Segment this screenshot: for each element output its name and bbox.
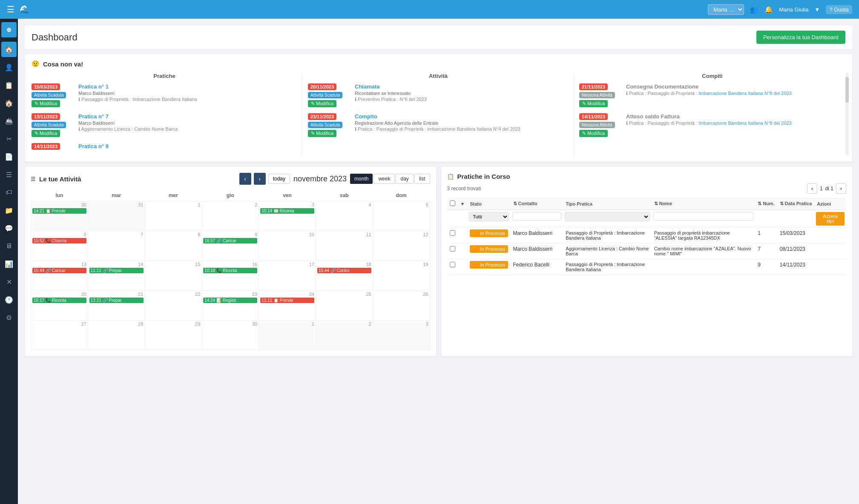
- modifica-btn-p1[interactable]: ✎ Modifica: [32, 100, 60, 107]
- cal-week-5: 27 28 29 30 1 2 3: [31, 321, 430, 350]
- cal-view-list-btn[interactable]: list: [414, 174, 430, 184]
- user-select[interactable]: Maria ...: [708, 4, 744, 15]
- sidebar-item-time[interactable]: 🕐: [1, 292, 17, 307]
- cal-day-nov17: 17: [259, 261, 316, 291]
- navbar-right: Maria ... 👥 🔔 Maria Giulia ▼ ? Guida: [708, 4, 852, 15]
- cal-event[interactable]: 16:17 📞 Riconta: [32, 298, 86, 303]
- bell-icon[interactable]: 🔔: [764, 6, 773, 14]
- row-checkbox-1[interactable]: [450, 230, 455, 236]
- filter-contatto-input[interactable]: [512, 212, 562, 220]
- filter-nome-input[interactable]: [653, 212, 754, 220]
- sidebar-item-documents[interactable]: 📄: [1, 149, 17, 164]
- sidebar-item-tags[interactable]: 🏷: [1, 185, 17, 200]
- col-num: ⇅ Num.: [755, 198, 777, 210]
- azzera-filtri-btn[interactable]: Azzera filtri: [816, 212, 845, 226]
- pag-prev-btn[interactable]: ‹: [807, 183, 817, 194]
- filter-stato-select[interactable]: Tutti: [469, 212, 509, 221]
- cal-day-nov8: 8: [145, 231, 202, 261]
- modifica-btn-c2[interactable]: ✎ Modifica: [579, 130, 608, 137]
- calendar-header: ☰ Le tue Attività ‹ › today novembre 202…: [31, 173, 430, 185]
- modifica-btn-c1[interactable]: ✎ Modifica: [579, 100, 608, 107]
- cal-event[interactable]: 15:44 🔗 Contro: [317, 268, 371, 273]
- sidebar-item-settings[interactable]: ⚙: [1, 310, 17, 325]
- modifica-btn-a2[interactable]: ✎ Modifica: [308, 130, 336, 137]
- sidebar-item-close[interactable]: ✕: [1, 274, 17, 289]
- user-name[interactable]: Maria Giulia: [779, 6, 808, 13]
- cal-view-month-btn[interactable]: month: [350, 174, 373, 184]
- sidebar-item-dashboard[interactable]: 🏠: [1, 42, 17, 57]
- cal-day-nov9: 9 16:57 🔗 Caricar: [202, 231, 259, 261]
- pratiche-icon: 📋: [447, 173, 454, 180]
- cal-next-btn[interactable]: ›: [254, 173, 266, 185]
- pagination: ‹ 1 di 1 ›: [807, 183, 846, 194]
- row-checkbox-3[interactable]: [450, 262, 455, 267]
- pratiche-header: 📋 Pratiche in Corso: [447, 173, 847, 180]
- select-all-checkbox[interactable]: [450, 200, 455, 206]
- cal-event[interactable]: 15:44 🔗 Caricar: [32, 268, 86, 273]
- attivita-item-compito: 23/11/2023 Attività Scaduta ✎ Modifica C…: [308, 113, 569, 137]
- cal-event[interactable]: 10:14 ☎ Riconta: [260, 208, 314, 214]
- cal-day-nov26: 26: [373, 291, 430, 321]
- modifica-btn-a1[interactable]: ✎ Modifica: [308, 100, 336, 107]
- sidebar-item-reports[interactable]: 📊: [1, 256, 17, 272]
- dashboard-header: Dashboard Personalizza la tua Dashboard: [25, 26, 852, 49]
- row-checkbox-2[interactable]: [450, 246, 455, 252]
- sidebar-item-list[interactable]: ☰: [1, 167, 17, 182]
- col-stato: Stato: [467, 198, 510, 210]
- group-icon[interactable]: 👥: [750, 6, 758, 14]
- sidebar-item-monitor[interactable]: 🖥: [1, 238, 17, 254]
- pag-current: 1: [820, 186, 823, 192]
- pag-next-btn[interactable]: ›: [836, 183, 846, 194]
- pratica-item-7: 13/11/2023 Attività Scaduta ✎ Modifica P…: [32, 113, 297, 137]
- table-row: 🟧 In Processo Marco Baldisserri Passaggi…: [447, 228, 847, 243]
- sidebar-item-pratiche[interactable]: 📋: [1, 77, 17, 93]
- cal-header-mer: mer: [145, 190, 202, 201]
- help-button[interactable]: ? Guida: [826, 5, 852, 14]
- cal-event[interactable]: 11:11 📋 Prende: [260, 298, 314, 303]
- pratiche-panel: 📋 Pratiche in Corso 3 record trovati ‹ 1…: [441, 167, 853, 356]
- cal-day-nov20: 20 16:17 📞 Riconta: [31, 291, 88, 321]
- attivita-column: Attività 20/11/2023 Attività Scaduta ✎ M…: [303, 73, 574, 156]
- sidebar-item-properties[interactable]: 🏠: [1, 95, 17, 111]
- cal-view-week-btn[interactable]: week: [373, 174, 395, 184]
- cal-day-nov24: 24 11:11 📋 Prende: [259, 291, 316, 321]
- cal-day-nov14: 14 11:11 🔗 Prepar.: [88, 261, 145, 291]
- cal-event[interactable]: 13:21 🔗 Prepar.: [89, 298, 144, 303]
- calendar-panel: ☰ Le tue Attività ‹ › today novembre 202…: [25, 167, 436, 356]
- cal-event[interactable]: 11:11 🔗 Prepar.: [89, 268, 144, 273]
- cal-today-btn[interactable]: today: [268, 174, 290, 184]
- cosa-non-va-title: Cosa non va!: [43, 60, 83, 68]
- sidebar-item-boats[interactable]: 🚢: [1, 113, 17, 129]
- pratica-item-1: 15/03/2023 Attività Scaduta ✎ Modifica P…: [32, 83, 297, 107]
- cal-day-nov25: 25: [316, 291, 373, 321]
- cal-day-nov7: 7: [88, 231, 145, 261]
- cal-day-dec3: 3: [373, 321, 430, 350]
- table-header-row: ▼ Stato ⇅ Contatto Tipo Pratica ⇅ Nome ⇅…: [447, 198, 847, 210]
- cal-event[interactable]: 16:57 🔗 Caricar: [203, 238, 257, 243]
- filter-tipo-select[interactable]: [565, 212, 649, 221]
- cal-day-nov15: 15: [145, 261, 202, 291]
- cal-event[interactable]: 14:21 📋 Prende: [32, 208, 86, 214]
- cal-day-nov5: 5: [373, 201, 430, 231]
- modifica-btn-p7[interactable]: ✎ Modifica: [32, 130, 60, 137]
- navbar: ☰ 🌊 Maria ... 👥 🔔 Maria Giulia ▼ ? Guida: [0, 0, 859, 19]
- cal-day-nov22: 22: [145, 291, 202, 321]
- sidebar-item-tools[interactable]: ✂: [1, 131, 17, 146]
- sidebar-item-users[interactable]: 👤: [1, 60, 17, 75]
- calendar-nav: ‹ › today: [239, 173, 290, 185]
- cal-month-label: novembre 2023: [293, 175, 347, 183]
- scroll-thumb: [845, 77, 849, 103]
- cal-event[interactable]: 10:18 📞 Riconta: [203, 268, 257, 273]
- sidebar-item-messages[interactable]: 💬: [1, 220, 17, 236]
- cal-day-dec2: 2: [316, 321, 373, 350]
- menu-icon[interactable]: ☰: [7, 4, 14, 14]
- cal-prev-btn[interactable]: ‹: [239, 173, 251, 185]
- cal-event[interactable]: 14:24 📝 Registr.: [203, 298, 257, 303]
- cal-view-day-btn[interactable]: day: [396, 174, 413, 184]
- cal-event[interactable]: 15:52 📞 Chiama: [32, 238, 86, 243]
- frown-icon: 😟: [32, 60, 40, 68]
- customize-button[interactable]: Personalizza la tua Dashboard: [756, 31, 845, 44]
- pratiche-title: Pratiche in Corso: [457, 173, 510, 180]
- cal-day-dec1: 1: [259, 321, 316, 350]
- sidebar-item-folders[interactable]: 📁: [1, 203, 17, 218]
